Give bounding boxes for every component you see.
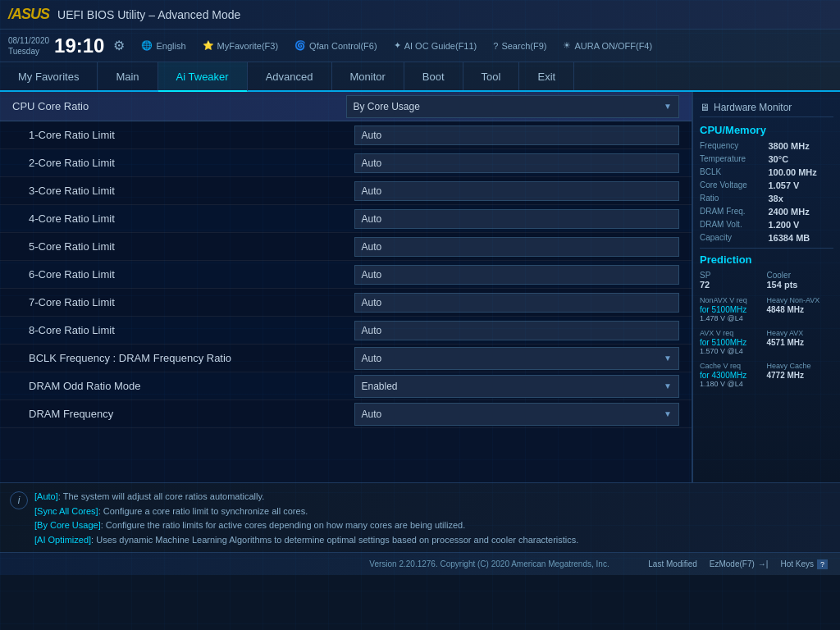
monitor-icon: 🖥 [700,102,710,113]
main-layout: CPU Core Ratio By Core Usage ▼ 1-Core Ra… [0,92,840,482]
ez-mode-arrow-icon: →| [758,559,769,568]
dram-freq-select[interactable]: Auto ▼ [354,403,680,426]
cpu-memory-section-title: CPU/Memory [700,124,833,136]
hw-divider [700,248,833,249]
core-1-input-wrap[interactable]: Auto [354,126,680,145]
ez-mode-button[interactable]: EzMode(F7) →| [710,559,769,568]
dram-odd-row: DRAM Odd Ratio Mode Enabled ▼ [0,372,692,400]
pred-row-3: Cache V req for 4300MHz 1.180 V @L4 Heav… [700,362,833,388]
info-highlight: [AI Optimized] [34,535,91,545]
prediction-section: Prediction SP 72 Cooler 154 pts NonAVX V… [700,253,833,388]
aura-button[interactable]: ☀ AURA ON/OFF(F4) [563,40,652,51]
nav-ai-tweaker[interactable]: Ai Tweaker [158,62,248,92]
core-8-input[interactable]: Auto [354,321,680,340]
day-display: Tuesday [8,46,49,57]
dram-odd-arrow-icon: ▼ [664,381,672,390]
core-5-input[interactable]: Auto [354,237,680,257]
core-5-label: 5-Core Ratio Limit [29,240,354,253]
info-icon: i [10,491,28,509]
nav-exit[interactable]: Exit [519,62,574,90]
core-1-input[interactable]: Auto [354,126,680,145]
core-4-row: 4-Core Ratio Limit Auto [0,205,692,233]
hw-stat-label-3: Core Voltage [700,180,765,190]
hw-stat-label-0: Frequency [700,141,765,151]
hardware-monitor-title: 🖥 Hardware Monitor [700,98,833,117]
search-button[interactable]: ? Search(F9) [493,41,546,51]
core-2-label: 2-Core Ratio Limit [29,157,354,169]
core-6-input[interactable]: Auto [354,265,680,285]
asus-logo: /ASUS [8,6,49,23]
core-3-input[interactable]: Auto [354,181,680,201]
nav-my-favorites[interactable]: My Favorites [0,62,98,90]
gear-icon[interactable]: ⚙ [113,38,125,53]
info-highlight: [Sync All Cores] [34,506,98,516]
header-title: UEFI BIOS Utility – Advanced Mode [57,8,240,21]
nav-advanced[interactable]: Advanced [248,62,332,90]
cpu-core-ratio-dropdown[interactable]: By Core Usage ▼ [346,95,680,118]
hw-stat-label-2: BCLK [700,167,765,177]
hw-stat-value-6: 1.200 V [769,220,834,230]
nav-monitor[interactable]: Monitor [332,62,404,90]
cpu-core-ratio-select[interactable]: By Core Usage ▼ [346,95,680,118]
pred-freq-1: for 5100MHz [700,305,767,314]
hw-stats-grid: Frequency3800 MHzTemperature30°CBCLK100.… [700,141,833,243]
core-4-input-wrap[interactable]: Auto [354,209,680,229]
globe-icon: 🌐 [141,40,153,51]
pred-sub-3: 1.180 V @L4 [700,380,767,388]
info-line: [AI Optimized]: Uses dynamic Machine Lea… [34,533,578,548]
pred-label-1: NonAVX V req [700,296,767,304]
my-favorite-button[interactable]: ⭐ MyFavorite(F3) [203,40,279,51]
core-6-input-wrap[interactable]: Auto [354,265,680,285]
bclk-select[interactable]: Auto ▼ [354,347,680,370]
hot-keys-icon: ? [817,559,828,569]
core-2-input[interactable]: Auto [354,153,680,173]
nav-main[interactable]: Main [98,62,158,90]
hw-stat-value-5: 2400 MHz [769,207,834,217]
core-5-input-wrap[interactable]: Auto [354,237,680,257]
core-2-row: 2-Core Ratio Limit Auto [0,149,692,177]
pred-right-3: Heavy Cache 4772 MHz [767,362,834,388]
core-2-input-wrap[interactable]: Auto [354,153,680,173]
pred-sub-2: 1.570 V @L4 [700,347,767,355]
nav-boot[interactable]: Boot [404,62,463,90]
dram-freq-arrow-icon: ▼ [664,409,672,418]
pred-left-1: NonAVX V req for 5100MHz 1.478 V @L4 [700,296,767,322]
core-3-row: 3-Core Ratio Limit Auto [0,177,692,205]
hw-stat-value-7: 16384 MB [769,233,834,243]
pred-sub-1: 1.478 V @L4 [700,314,767,322]
pred-value2-1: 4848 MHz [767,305,834,314]
core-7-input-wrap[interactable]: Auto [354,293,680,313]
ai-icon: ✦ [394,40,401,51]
core-4-input[interactable]: Auto [354,209,680,229]
dram-odd-label: DRAM Odd Ratio Mode [29,380,354,392]
core-8-input-wrap[interactable]: Auto [354,321,680,340]
hardware-monitor-panel: 🖥 Hardware Monitor CPU/Memory Frequency3… [692,92,840,482]
hw-stat-label-7: Capacity [700,233,765,243]
hw-stat-value-4: 38x [769,194,834,203]
hw-stat-label-5: DRAM Freq. [700,207,765,217]
core-7-input[interactable]: Auto [354,293,680,313]
bclk-row: BCLK Frequency : DRAM Frequency Ratio Au… [0,345,692,372]
pred-sp-col: SP 72 [700,271,767,290]
core-4-label: 4-Core Ratio Limit [29,212,354,225]
hot-keys-button[interactable]: Hot Keys ? [780,559,828,569]
nav-bar: My Favorites Main Ai Tweaker Advanced Mo… [0,62,840,92]
pred-row-2: AVX V req for 5100MHz 1.570 V @L4 Heavy … [700,329,833,355]
core-3-label: 3-Core Ratio Limit [29,185,354,197]
nav-tool[interactable]: Tool [463,62,520,90]
language-button[interactable]: 🌐 English [141,40,185,51]
pred-label-3: Cache V req [700,362,767,370]
ai-oc-button[interactable]: ✦ AI OC Guide(F11) [394,40,477,51]
bclk-dropdown[interactable]: Auto ▼ [354,347,680,370]
dram-freq-dropdown[interactable]: Auto ▼ [354,403,680,426]
search-icon: ? [493,41,498,51]
pred-value2-2: 4571 MHz [767,338,834,347]
bclk-label: BCLK Frequency : DRAM Frequency Ratio [29,352,354,364]
qfan-button[interactable]: 🌀 Qfan Control(F6) [294,40,377,51]
fan-icon: 🌀 [294,40,306,51]
core-3-input-wrap[interactable]: Auto [354,181,680,201]
last-modified-button[interactable]: Last Modified [648,559,696,568]
pred-freq-2: for 5100MHz [700,338,767,347]
dram-odd-dropdown[interactable]: Enabled ▼ [354,375,680,398]
dram-odd-select[interactable]: Enabled ▼ [354,375,680,398]
